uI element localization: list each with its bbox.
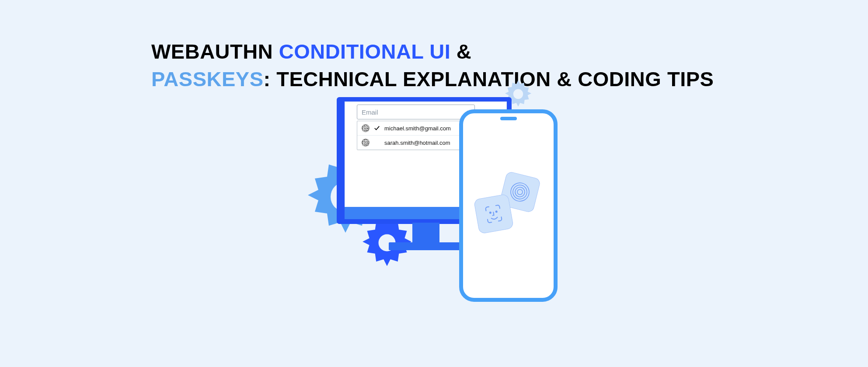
svg-point-7 xyxy=(490,212,491,213)
check-icon xyxy=(374,125,380,131)
phone-notch xyxy=(500,117,517,120)
svg-point-8 xyxy=(495,211,497,212)
hero-illustration: Email michael.smith@gmail.com sarah.smit… xyxy=(306,83,612,311)
svg-point-6 xyxy=(509,181,531,203)
headline-highlight-conditional-ui: CONDITIONAL UI xyxy=(279,40,451,63)
svg-point-5 xyxy=(512,184,529,201)
email-option[interactable]: sarah.smith@hotmail.com xyxy=(357,135,474,150)
email-field-label: Email xyxy=(362,108,378,116)
fingerprint-icon xyxy=(362,139,370,147)
fingerprint-icon xyxy=(362,124,370,132)
email-autofill-list: michael.smith@gmail.com sarah.smith@hotm… xyxy=(357,121,475,150)
headline-highlight-passkeys: PASSKEYS xyxy=(151,67,264,91)
face-id-tile xyxy=(474,194,514,234)
headline-text-1: WEBAUTHN xyxy=(151,40,279,63)
svg-point-3 xyxy=(517,189,523,196)
svg-point-4 xyxy=(514,186,526,198)
email-option-text: michael.smith@gmail.com xyxy=(384,125,451,132)
email-option[interactable]: michael.smith@gmail.com xyxy=(357,121,474,135)
phone-illustration xyxy=(459,109,558,302)
headline-text-2: & xyxy=(450,40,471,63)
monitor-neck xyxy=(412,223,439,244)
svg-point-2 xyxy=(513,89,523,99)
email-option-text: sarah.smith@hotmail.com xyxy=(384,140,450,146)
email-field[interactable]: Email xyxy=(357,105,475,119)
